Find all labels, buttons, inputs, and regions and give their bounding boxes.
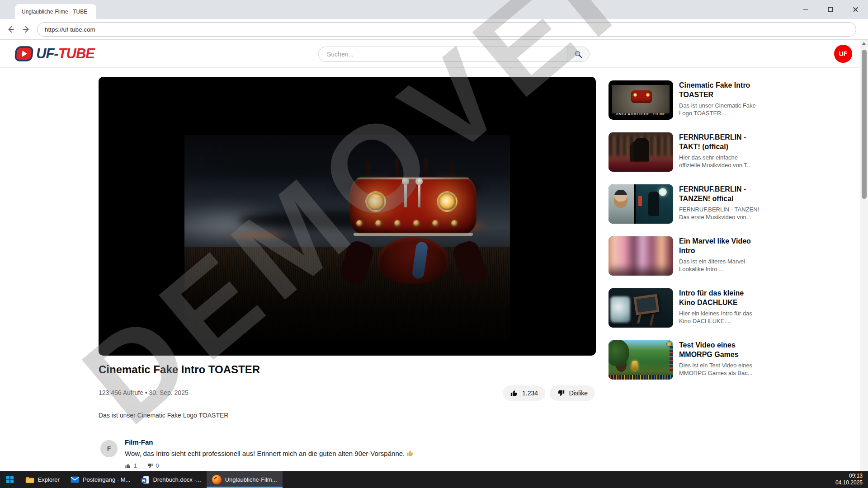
video-thumbnail-mmorpg — [609, 340, 673, 380]
suggestion-description: Hier ein kleines Intro für das Kino DACH… — [679, 310, 760, 325]
suggestion-title: Test Video eines MMORPG Games — [679, 340, 760, 359]
video-thumbnail-dachluke — [609, 288, 673, 328]
suggestion-description: Das ist unser Cinematic Fake Logo TOASTE… — [679, 102, 760, 117]
site-header: UF-TUBE UF — [0, 40, 860, 68]
search-button[interactable] — [567, 47, 590, 62]
like-button[interactable]: 1.234 — [503, 385, 545, 401]
browser-tab[interactable]: Unglaubliche-Filme - TUBE — [15, 4, 96, 19]
toaster-robot — [350, 173, 476, 286]
taskbar-item-browser-active[interactable]: Unglaubliche-Film... — [207, 471, 283, 488]
comment-text: Wow, das Intro sieht echt professionell … — [125, 450, 577, 458]
search-icon — [574, 50, 582, 58]
comment-actions: 1 0 — [125, 463, 159, 469]
suggestion-description: Das ist ein älteres Marvel Lookalike Int… — [679, 258, 760, 273]
search-bar — [318, 47, 590, 62]
window-controls — [799, 0, 868, 19]
back-button[interactable] — [5, 23, 16, 35]
start-button[interactable] — [0, 471, 20, 488]
suggestion-title: Intro für das kleine Kino DACHLUKE — [679, 288, 760, 307]
minimize-button[interactable] — [799, 4, 811, 15]
screen: Unglaubliche-Filme - TUBE https://uf-tub… — [0, 0, 868, 488]
folder-icon — [25, 476, 34, 483]
video-stats: 123.456 Aufrufe • 30. Sep. 2025 — [99, 389, 189, 396]
scrollbar-up-icon[interactable] — [862, 42, 866, 45]
video-title: Cinematic Fake Intro TOASTER — [99, 363, 260, 376]
suggestion-title: Cinematic Fake Intro TOASTER — [679, 80, 760, 99]
thumbnail-caption: UNGLAUBLICHE_FILME — [609, 112, 673, 116]
suggestion-item[interactable]: FERNRUF.BERLIN - TANZEN! offical FERNRUF… — [609, 184, 760, 234]
profile-avatar[interactable]: UF — [834, 45, 852, 63]
toaster-eye — [365, 191, 386, 212]
taskbar-item-label: Posteingang - M... — [83, 476, 131, 483]
video-thumbnail-marvel — [609, 236, 673, 276]
word-doc-icon — [141, 476, 149, 484]
taskbar: Explorer Posteingang - M... Drehbuch.doc… — [0, 471, 868, 488]
taskbar-item-label: Explorer — [38, 476, 60, 483]
dislike-button[interactable]: Dislike — [550, 385, 595, 401]
suggestion-item[interactable]: FERNRUF.BERLIN - TAKT! (offical) Hier da… — [609, 132, 760, 182]
comment-like-count: 1 — [134, 463, 137, 469]
taskbar-item-mail[interactable]: Posteingang - M... — [65, 471, 136, 488]
taskbar-item-label: Drehbuch.docx -... — [153, 476, 201, 483]
comment-like-button[interactable]: 1 — [125, 463, 137, 469]
suggestion-title: FERNRUF.BERLIN - TANZEN! offical — [679, 184, 760, 203]
play-logo-icon — [14, 45, 34, 62]
comment-avatar: F — [100, 440, 118, 457]
maximize-button[interactable] — [825, 4, 836, 15]
video-player[interactable] — [99, 77, 596, 356]
suggestion-description: Dies ist ein Test Video eines MMORPG Gam… — [679, 361, 760, 377]
forward-button[interactable] — [21, 23, 33, 35]
suggestion-item[interactable]: Test Video eines MMORPG Games Dies ist e… — [609, 340, 760, 390]
taskbar-item-explorer[interactable]: Explorer — [20, 471, 65, 488]
video-stats-row: 123.456 Aufrufe • 30. Sep. 2025 1.234 Di… — [99, 385, 596, 402]
search-input[interactable] — [318, 47, 567, 62]
windows-logo-icon — [6, 476, 14, 483]
suggestion-title: FERNRUF.BERLIN - TAKT! (offical) — [679, 132, 760, 151]
suggestion-item[interactable]: UNGLAUBLICHE_FILME Cinematic Fake Intro … — [609, 80, 760, 130]
browser-titlebar: Unglaubliche-Filme - TUBE — [0, 0, 868, 19]
comment-dislike-button[interactable]: 0 — [147, 463, 159, 469]
comment-dislike-count: 0 — [156, 463, 159, 469]
site-logo[interactable]: UF-TUBE — [14, 45, 94, 62]
tab-title: Unglaubliche-Filme - TUBE — [22, 9, 87, 15]
clock-date: 04.10.2025 — [835, 479, 863, 486]
video-frame — [184, 135, 510, 340]
scrollbar-thumb[interactable] — [862, 50, 867, 199]
mail-icon — [71, 476, 79, 483]
suggestion-description: FERNRUF.BERLIN - TANZEN! Das erste Musik… — [679, 206, 760, 221]
url-text: https://uf-tube.com — [45, 26, 95, 33]
suggestion-item[interactable]: Ein Marvel like Video Intro Das ist ein … — [609, 236, 760, 286]
logo-text: UF-TUBE — [36, 46, 94, 62]
suggestion-item[interactable]: Intro für das kleine Kino DACHLUKE Hier … — [609, 288, 760, 338]
taskbar-item-word[interactable]: Drehbuch.docx -... — [136, 471, 206, 488]
toaster-eye — [437, 191, 458, 212]
url-bar[interactable]: https://uf-tube.com — [37, 22, 856, 37]
like-count: 1.234 — [522, 389, 538, 397]
taskbar-item-label: Unglaubliche-Film... — [225, 476, 277, 483]
taskbar-clock[interactable]: 09:13 04.10.2025 — [835, 471, 868, 488]
suggestion-title: Ein Marvel like Video Intro — [679, 236, 760, 255]
suggestion-description: Hier das sehr einfache offizielle Musikv… — [679, 154, 760, 169]
thumbs-down-icon — [557, 389, 565, 397]
scrollbar-track[interactable] — [860, 40, 868, 471]
browser-toolbar: https://uf-tube.com — [0, 19, 868, 40]
video-thumbnail-toaster: UNGLAUBLICHE_FILME — [609, 80, 673, 120]
dislike-label: Dislike — [569, 389, 588, 397]
scene-cloud — [212, 152, 352, 175]
thumbs-up-icon — [510, 389, 518, 397]
video-thumbnail-comic — [609, 184, 673, 224]
video-thumbnail-dance — [609, 132, 673, 172]
video-description: Das ist unser Cinematic Fake Logo TOASTE… — [99, 412, 228, 419]
clock-time: 09:13 — [835, 473, 863, 479]
browser-icon — [212, 475, 222, 484]
comment-author: Film-Fan — [125, 438, 153, 446]
close-button[interactable] — [850, 4, 862, 15]
thumbs-up-emoji — [406, 450, 414, 458]
divider — [99, 407, 596, 407]
